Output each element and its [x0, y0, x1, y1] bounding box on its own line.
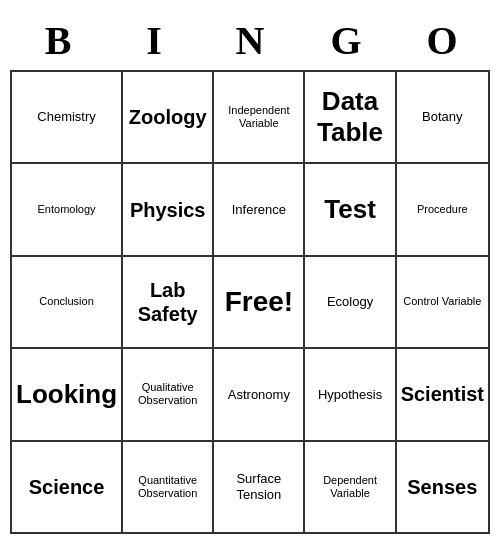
cell-r2-c0: Conclusion — [12, 257, 123, 349]
cell-text: Entomology — [38, 203, 96, 216]
cell-r0-c4: Botany — [397, 72, 490, 164]
cell-r2-c3: Ecology — [305, 257, 396, 349]
bingo-grid: ChemistryZoologyIndependent VariableData… — [10, 70, 490, 534]
cell-text: Science — [29, 475, 105, 499]
cell-text: Control Variable — [403, 295, 481, 308]
header-letter: O — [394, 17, 490, 64]
cell-r0-c3: Data Table — [305, 72, 396, 164]
cell-r3-c4: Scientist — [397, 349, 490, 441]
header-letter: N — [202, 17, 298, 64]
cell-text: Senses — [407, 475, 477, 499]
cell-text: Hypothesis — [318, 387, 382, 403]
cell-text: Looking — [16, 379, 117, 410]
cell-text: Ecology — [327, 294, 373, 310]
cell-r3-c3: Hypothesis — [305, 349, 396, 441]
header-letter: I — [106, 17, 202, 64]
cell-r1-c2: Inference — [214, 164, 305, 256]
cell-text: Free! — [225, 285, 293, 319]
cell-text: Astronomy — [228, 387, 290, 403]
cell-r1-c4: Procedure — [397, 164, 490, 256]
cell-r4-c0: Science — [12, 442, 123, 534]
cell-r1-c0: Entomology — [12, 164, 123, 256]
cell-text: Independent Variable — [218, 104, 299, 130]
cell-text: Lab Safety — [127, 278, 208, 326]
bingo-header: BINGO — [10, 10, 490, 70]
bingo-card: BINGO ChemistryZoologyIndependent Variab… — [10, 10, 490, 534]
header-letter: B — [10, 17, 106, 64]
cell-r2-c4: Control Variable — [397, 257, 490, 349]
cell-r2-c1: Lab Safety — [123, 257, 214, 349]
cell-r0-c1: Zoology — [123, 72, 214, 164]
cell-r0-c2: Independent Variable — [214, 72, 305, 164]
cell-text: Quantitative Observation — [127, 474, 208, 500]
cell-r3-c0: Looking — [12, 349, 123, 441]
cell-text: Zoology — [129, 105, 207, 129]
cell-text: Scientist — [401, 382, 484, 406]
cell-r4-c3: Dependent Variable — [305, 442, 396, 534]
cell-r1-c1: Physics — [123, 164, 214, 256]
cell-text: Qualitative Observation — [127, 381, 208, 407]
cell-text: Botany — [422, 109, 462, 125]
cell-text: Dependent Variable — [309, 474, 390, 500]
cell-r4-c2: Surface Tension — [214, 442, 305, 534]
cell-text: Data Table — [309, 86, 390, 148]
cell-r2-c2: Free! — [214, 257, 305, 349]
cell-text: Surface Tension — [218, 471, 299, 502]
cell-r4-c1: Quantitative Observation — [123, 442, 214, 534]
cell-text: Inference — [232, 202, 286, 218]
header-letter: G — [298, 17, 394, 64]
cell-text: Physics — [130, 198, 206, 222]
cell-r1-c3: Test — [305, 164, 396, 256]
cell-text: Test — [324, 194, 376, 225]
cell-r0-c0: Chemistry — [12, 72, 123, 164]
cell-r4-c4: Senses — [397, 442, 490, 534]
cell-r3-c2: Astronomy — [214, 349, 305, 441]
cell-text: Chemistry — [37, 109, 96, 125]
cell-text: Conclusion — [39, 295, 93, 308]
cell-text: Procedure — [417, 203, 468, 216]
cell-r3-c1: Qualitative Observation — [123, 349, 214, 441]
